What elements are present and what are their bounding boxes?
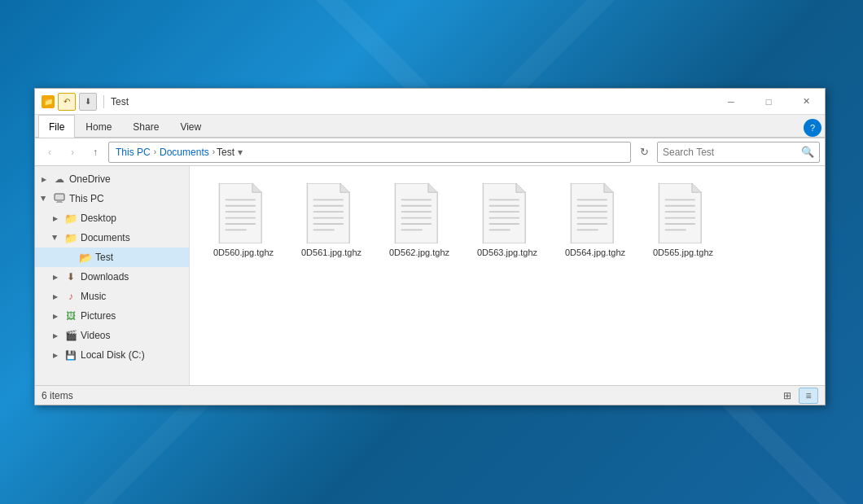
tab-home[interactable]: Home — [75, 115, 122, 138]
file-label: 0D565.jpg.tghz — [653, 247, 713, 258]
status-bar: 6 items ⊞ ≡ — [35, 385, 825, 405]
sidebar-item-desktop[interactable]: ▶ 📁 Desktop — [35, 208, 189, 228]
help-button[interactable]: ? — [804, 119, 821, 137]
tab-file[interactable]: File — [38, 115, 75, 138]
sidebar-label-downloads: Downloads — [81, 271, 129, 283]
sidebar-label-test: Test — [95, 252, 113, 263]
expand-arrow-music: ▶ — [50, 291, 61, 302]
sidebar-item-local-disk[interactable]: ▶ 💾 Local Disk (C:) — [35, 345, 189, 365]
svg-rect-2 — [56, 202, 63, 203]
refresh-button[interactable]: ↻ — [634, 142, 654, 163]
list-view-button[interactable]: ≡ — [799, 388, 818, 404]
svg-rect-1 — [57, 200, 62, 202]
title-bar-controls: ─ □ ✕ — [712, 89, 825, 115]
expand-arrow-videos: ▶ — [50, 330, 61, 341]
sidebar-item-music[interactable]: ▶ ♪ Music — [35, 287, 189, 306]
onedrive-icon: ☁ — [53, 173, 66, 186]
sidebar-label-onedrive: OneDrive — [69, 173, 111, 185]
expand-arrow-desktop: ▶ — [50, 213, 61, 224]
maximize-button[interactable]: □ — [750, 89, 787, 115]
svg-marker-28 — [516, 183, 525, 192]
expand-arrow-pictures: ▶ — [50, 310, 61, 322]
svg-marker-20 — [428, 183, 437, 192]
expand-arrow-downloads: ▶ — [50, 271, 61, 283]
file-icon — [657, 183, 709, 243]
window-title: Test — [111, 96, 129, 107]
sidebar-item-test[interactable]: ▶ 📂 Test — [35, 248, 189, 267]
sidebar-label-music: Music — [81, 291, 106, 302]
sidebar-item-onedrive[interactable]: ▶ ☁ OneDrive — [35, 169, 189, 189]
back-button[interactable]: ‹ — [40, 142, 59, 162]
tab-view[interactable]: View — [169, 115, 212, 138]
drive-icon: 💾 — [64, 348, 77, 362]
title-bar: 📁 ↶ ⬇ Test ─ □ ✕ — [35, 89, 825, 115]
breadcrumb-documents[interactable]: Documents — [158, 147, 211, 158]
expand-arrow-documents: ▶ — [50, 232, 61, 243]
forward-button[interactable]: › — [63, 142, 82, 162]
title-bar-left: 📁 ↶ ⬇ Test — [42, 93, 129, 111]
main-area: ▶ ☁ OneDrive ▶ This PC ▶ 📁 — [35, 166, 825, 385]
minimize-button[interactable]: ─ — [712, 89, 750, 115]
file-item-4[interactable]: 0D563.jpg.tghz — [467, 179, 548, 262]
expand-arrow-onedrive: ▶ — [38, 173, 50, 185]
file-explorer-window: 📁 ↶ ⬇ Test ─ □ ✕ File Home Share View ? … — [34, 88, 826, 405]
file-label: 0D561.jpg.tghz — [301, 247, 361, 258]
sidebar-item-documents[interactable]: ▶ 📁 Documents — [35, 228, 189, 248]
documents-icon: 📁 — [64, 231, 77, 244]
quick-access-btn1[interactable]: ↶ — [58, 93, 76, 111]
file-item-1[interactable]: 0D560.jpg.tghz — [203, 179, 284, 262]
sidebar-item-this-pc[interactable]: ▶ This PC — [35, 189, 189, 208]
file-label: 0D562.jpg.tghz — [389, 247, 449, 258]
ribbon: File Home Share View ? — [35, 115, 825, 138]
grid-view-button[interactable]: ⊞ — [778, 388, 797, 404]
file-icon — [217, 183, 269, 243]
pictures-icon: 🖼 — [64, 309, 77, 322]
breadcrumb-bar: This PC › Documents › Test ▾ — [108, 142, 631, 163]
sidebar-label-videos: Videos — [81, 330, 110, 341]
downloads-icon: ⬇ — [64, 270, 77, 283]
address-bar: ‹ › ↑ This PC › Documents › Test ▾ ↻ 🔍 — [35, 138, 825, 166]
svg-marker-4 — [252, 183, 261, 192]
window-icon: 📁 — [42, 95, 55, 108]
sidebar-item-pictures[interactable]: ▶ 🖼 Pictures — [35, 306, 189, 326]
search-bar: 🔍 — [657, 142, 820, 163]
svg-marker-44 — [692, 183, 701, 192]
view-buttons: ⊞ ≡ — [778, 388, 818, 404]
sidebar-label-local-disk: Local Disk (C:) — [81, 349, 145, 361]
breadcrumb-arrow1: › — [154, 147, 156, 156]
file-area: 0D560.jpg.tghz 0D561.jpg.tghz — [190, 166, 825, 385]
close-button[interactable]: ✕ — [787, 89, 825, 115]
sidebar-item-videos[interactable]: ▶ 🎬 Videos — [35, 326, 189, 345]
breadcrumb-this-pc[interactable]: This PC — [114, 147, 152, 158]
expand-arrow-this-pc: ▶ — [38, 193, 50, 204]
up-button[interactable]: ↑ — [85, 142, 105, 162]
music-icon: ♪ — [64, 290, 77, 303]
videos-icon: 🎬 — [64, 329, 77, 342]
file-item-5[interactable]: 0D564.jpg.tghz — [554, 179, 636, 262]
breadcrumb-dropdown[interactable]: ▾ — [238, 147, 243, 158]
sidebar-label-this-pc: This PC — [69, 193, 104, 204]
sidebar-item-downloads[interactable]: ▶ ⬇ Downloads — [35, 267, 189, 287]
svg-marker-36 — [604, 183, 613, 192]
sidebar-label-desktop: Desktop — [81, 213, 116, 224]
test-folder-icon: 📂 — [79, 251, 92, 264]
ribbon-tabs: File Home Share View ? — [35, 115, 825, 138]
desktop-icon: 📁 — [64, 212, 77, 225]
sidebar: ▶ ☁ OneDrive ▶ This PC ▶ 📁 — [35, 166, 190, 385]
svg-marker-12 — [340, 183, 349, 192]
item-count: 6 items — [42, 390, 73, 401]
search-input[interactable] — [663, 147, 798, 158]
breadcrumb-current: Test — [217, 147, 234, 158]
file-item-3[interactable]: 0D562.jpg.tghz — [379, 179, 460, 262]
quick-access-btn2[interactable]: ⬇ — [79, 93, 97, 111]
breadcrumb-arrow2: › — [212, 147, 215, 156]
sidebar-label-pictures: Pictures — [81, 310, 116, 322]
file-item-6[interactable]: 0D565.jpg.tghz — [642, 179, 724, 262]
file-item-2[interactable]: 0D561.jpg.tghz — [291, 179, 372, 262]
file-icon — [305, 183, 357, 243]
this-pc-icon — [53, 192, 66, 205]
file-icon — [481, 183, 533, 243]
tab-share[interactable]: Share — [122, 115, 169, 138]
search-icon: 🔍 — [801, 146, 814, 158]
file-label: 0D563.jpg.tghz — [477, 247, 537, 258]
